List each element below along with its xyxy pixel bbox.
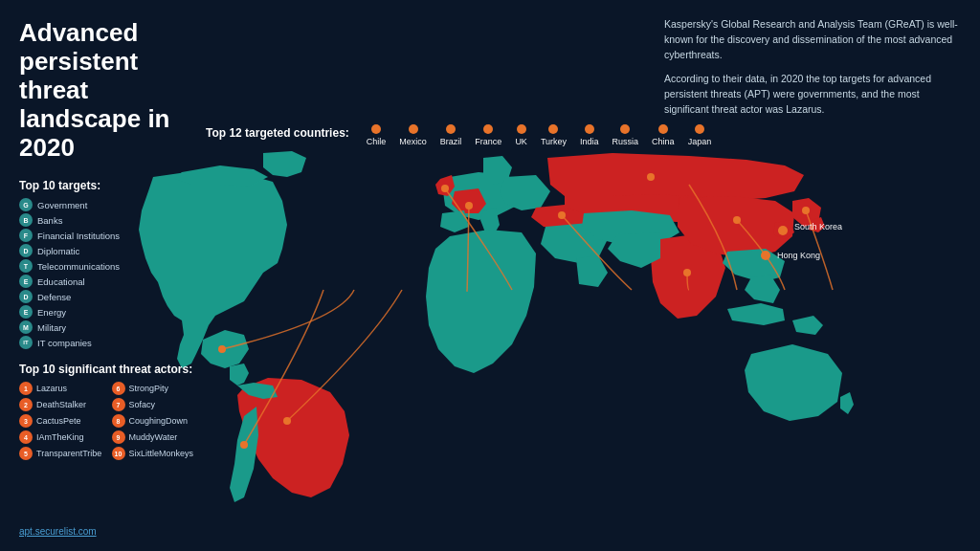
list-item: TTelecommunications xyxy=(19,259,196,273)
svg-point-7 xyxy=(283,417,291,425)
france-dot xyxy=(483,124,493,134)
country-turkey: Turkey xyxy=(541,124,567,146)
description-1: Kaspersky's Global Research and Analysis… xyxy=(664,17,961,62)
china-dot xyxy=(658,124,668,134)
brazil-dot xyxy=(446,124,456,134)
target-icon-t: T xyxy=(19,259,33,273)
country-mexico: Mexico xyxy=(399,124,427,146)
actor-item: 10SixLittleMonkeys xyxy=(112,447,197,460)
list-item: DDefense xyxy=(19,290,196,303)
actor-num-7: 7 xyxy=(112,398,125,411)
world-map: South Korea Hong Kong xyxy=(96,148,861,512)
target-icon-b: B xyxy=(19,213,33,227)
uk-label: UK xyxy=(515,137,527,146)
country-japan: Japan xyxy=(688,124,712,146)
china-label: China xyxy=(652,137,675,146)
brazil-label: Brazil xyxy=(440,137,462,146)
actor-num-3: 3 xyxy=(19,414,33,428)
list-item: ITIT companies xyxy=(19,336,196,349)
target-icon-d2: D xyxy=(19,290,33,303)
actor-num-8: 8 xyxy=(112,414,125,428)
actors-grid: 1Lazarus 6StrongPity 2DeathStalker 7Sofa… xyxy=(19,382,196,462)
france-label: France xyxy=(475,137,501,146)
uk-dot xyxy=(517,124,526,134)
svg-point-9 xyxy=(441,185,449,192)
target-icon-m: M xyxy=(19,320,33,334)
target-icon-d: D xyxy=(19,244,33,257)
country-uk: UK xyxy=(515,124,527,146)
actor-item: 4IAmTheKing xyxy=(19,430,104,444)
target-icon-e2: E xyxy=(19,305,33,319)
top-countries-bar: Top 12 targeted countries: Chile Mexico … xyxy=(206,124,961,150)
target-icon-it: IT xyxy=(19,336,33,349)
svg-point-14 xyxy=(802,207,810,214)
svg-point-1 xyxy=(778,226,788,235)
list-item: FFinancial Institutions xyxy=(19,229,196,242)
actor-item: 1Lazarus xyxy=(19,382,104,395)
japan-dot xyxy=(695,124,704,134)
actor-num-2: 2 xyxy=(19,398,33,411)
country-china: China xyxy=(652,124,675,146)
mexico-dot xyxy=(409,124,418,134)
list-item: BBanks xyxy=(19,213,196,227)
svg-point-11 xyxy=(683,269,691,276)
actor-item: 2DeathStalker xyxy=(19,398,104,411)
main-container: Advanced persistent threat landscape in … xyxy=(0,0,980,551)
svg-text:Hong Kong: Hong Kong xyxy=(777,251,820,260)
actor-num-1: 1 xyxy=(19,382,33,395)
svg-point-6 xyxy=(218,345,226,353)
country-russia: Russia xyxy=(612,124,639,146)
svg-point-5 xyxy=(240,441,248,449)
countries-section-label: Top 12 targeted countries: xyxy=(206,124,349,140)
target-icon-f: F xyxy=(19,229,33,242)
actor-num-9: 9 xyxy=(112,430,125,444)
description-2: According to their data, in 2020 the top… xyxy=(664,72,961,117)
svg-text:South Korea: South Korea xyxy=(794,222,842,231)
actor-item: 7Sofacy xyxy=(112,398,197,411)
russia-label: Russia xyxy=(612,137,639,146)
actor-num-5: 5 xyxy=(19,447,33,460)
country-france: France xyxy=(475,124,501,146)
left-panel: Advanced persistent threat landscape in … xyxy=(0,0,211,551)
country-brazil: Brazil xyxy=(440,124,462,146)
svg-point-13 xyxy=(733,216,741,224)
india-dot xyxy=(585,124,594,134)
svg-point-8 xyxy=(465,202,473,209)
turkey-dot xyxy=(548,124,558,134)
actor-item: 9MuddyWater xyxy=(112,430,197,444)
svg-point-3 xyxy=(761,251,770,260)
actor-item: 6StrongPity xyxy=(112,382,197,395)
india-label: India xyxy=(580,137,599,146)
actor-item: 5TransparentTribe xyxy=(19,447,104,460)
svg-point-10 xyxy=(558,211,566,219)
target-icon-e1: E xyxy=(19,275,33,288)
list-item: MMilitary xyxy=(19,320,196,334)
targets-section-label: Top 10 targets: xyxy=(19,179,196,192)
list-item: EEnergy xyxy=(19,305,196,319)
country-dots-container: Chile Mexico Brazil France UK Turkey xyxy=(367,124,961,150)
turkey-label: Turkey xyxy=(541,137,567,146)
svg-point-12 xyxy=(647,173,655,181)
country-india: India xyxy=(580,124,599,146)
list-item: DDiplomatic xyxy=(19,244,196,257)
targets-list: GGovernment BBanks FFinancial Institutio… xyxy=(19,198,196,349)
russia-dot xyxy=(620,124,630,134)
main-title: Advanced persistent threat landscape in … xyxy=(19,19,196,162)
country-chile: Chile xyxy=(367,124,387,146)
list-item: GGovernment xyxy=(19,198,196,211)
mexico-label: Mexico xyxy=(399,137,427,146)
right-info-panel: Kaspersky's Global Research and Analysis… xyxy=(664,17,961,127)
list-item: EEducational xyxy=(19,275,196,288)
actor-num-4: 4 xyxy=(19,430,33,444)
actor-num-6: 6 xyxy=(112,382,125,395)
japan-label: Japan xyxy=(688,137,712,146)
actor-num-10: 10 xyxy=(112,447,125,460)
threat-actors-section: Top 10 significant threat actors: 1Lazar… xyxy=(19,363,196,462)
target-icon-g: G xyxy=(19,198,33,211)
chile-label: Chile xyxy=(367,137,387,146)
actor-item: 3CactusPete xyxy=(19,414,104,428)
actors-section-label: Top 10 significant threat actors: xyxy=(19,363,196,376)
actor-item: 8CoughingDown xyxy=(112,414,197,428)
chile-dot xyxy=(371,124,381,134)
